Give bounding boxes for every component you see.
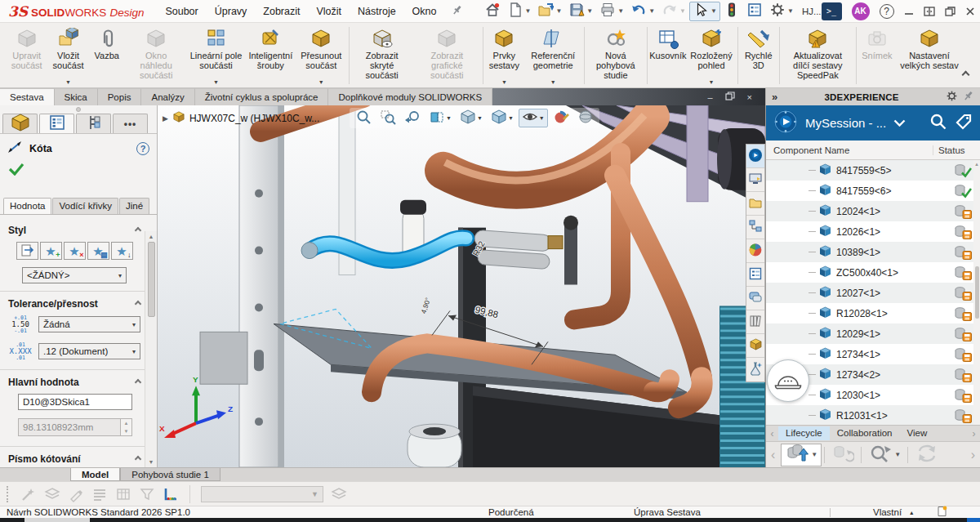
toolbar-grip[interactable] xyxy=(7,486,10,502)
save-button[interactable]: ▼ xyxy=(565,2,596,21)
primary-value-section-header[interactable]: Hlavní hodnota xyxy=(8,377,140,388)
scrollbar-thumb[interactable] xyxy=(975,266,979,319)
component-name[interactable]: R12031<1> xyxy=(836,410,947,422)
session-label[interactable]: MySession - ... xyxy=(805,116,886,130)
component-row[interactable]: 10389<1> xyxy=(766,242,980,262)
open-button[interactable]: ▼ xyxy=(534,2,565,21)
component-name[interactable]: 12027<1> xyxy=(836,288,947,299)
simulation-tab[interactable] xyxy=(746,358,764,381)
chevron-down-icon[interactable] xyxy=(893,118,906,129)
minimize-icon[interactable] xyxy=(904,7,914,16)
synchronize-button[interactable] xyxy=(911,444,943,466)
search-icon[interactable] xyxy=(929,113,947,133)
zoom-area-button[interactable] xyxy=(376,109,399,127)
tag-icon[interactable] xyxy=(955,113,973,133)
document-library-tab[interactable] xyxy=(746,310,764,334)
dimension-name-field[interactable]: D10@3DSkica1 xyxy=(18,394,132,410)
layers-icon[interactable] xyxy=(331,486,347,502)
style-dropdown[interactable]: <ŽÁDNÝ> ▾ xyxy=(22,267,127,283)
tabs-scroll-right-icon[interactable]: › xyxy=(968,428,980,439)
frame-column-left[interactable] xyxy=(239,105,284,467)
menu-soubor[interactable]: Soubor xyxy=(157,0,206,22)
scrollbar[interactable]: ▲ ▼ xyxy=(145,231,157,467)
design-library-tab[interactable] xyxy=(746,192,764,216)
custom-properties-tab[interactable] xyxy=(746,263,764,287)
electrical-box[interactable] xyxy=(200,332,247,384)
filter-dimensions-icon[interactable] xyxy=(139,486,155,502)
document-tab[interactable]: ▶ HJWX07C_w (HJWX10C_w... xyxy=(163,110,319,126)
tab-popis[interactable]: Popis xyxy=(98,88,142,105)
load-style-button[interactable]: ★↓ xyxy=(111,242,133,260)
component-row[interactable]: 8417559<5> xyxy=(766,160,980,181)
tab-pohybova-studie-1[interactable]: Pohybová studie 1 xyxy=(120,468,220,481)
zobrazit-graficke-soucasti-button[interactable]: Zobrazit grafické součásti xyxy=(413,25,480,87)
avatar[interactable]: AK xyxy=(852,2,870,20)
precision-dropdown[interactable]: .12 (Dokument) ▾ xyxy=(38,343,140,359)
toolbar-scroll-right-icon[interactable]: › xyxy=(968,448,978,462)
configuration-selector[interactable]: Vlastní xyxy=(873,507,902,517)
vlozit-soucast-button[interactable]: Vložit součást ▼ xyxy=(48,25,88,87)
menu-zobrazit[interactable]: Zobrazit xyxy=(255,0,308,22)
print-button[interactable]: ▼ xyxy=(596,2,627,21)
gear-icon[interactable] xyxy=(946,90,958,105)
component-name[interactable]: 8417559<6> xyxy=(836,185,947,197)
previous-view-button[interactable] xyxy=(401,109,424,127)
list-lines-icon[interactable] xyxy=(91,486,108,502)
pump-cylinder[interactable] xyxy=(408,424,461,467)
component-row[interactable]: R12031<1> xyxy=(766,405,980,425)
solidworks-forum-tab[interactable] xyxy=(746,287,764,310)
featuremanager-tree-tab[interactable] xyxy=(2,114,38,133)
scrollbar-thumb[interactable] xyxy=(148,242,155,317)
column-status[interactable]: Status xyxy=(933,145,980,155)
add-style-button[interactable]: ★+ xyxy=(40,242,62,260)
collapse-ribbon-button[interactable] xyxy=(963,69,977,87)
solidworks-resources-tab[interactable] xyxy=(746,168,764,192)
delete-style-button[interactable]: ★× xyxy=(64,242,86,260)
rebuild-button[interactable] xyxy=(720,2,743,21)
3dexperience-launcher-icon[interactable]: >_ xyxy=(822,2,842,20)
scroll-up-icon[interactable]: ▲ xyxy=(974,160,979,168)
doc-minimize-icon[interactable]: – xyxy=(707,92,712,102)
appearances-scenes-tab[interactable] xyxy=(746,239,764,263)
help-icon[interactable]: ? xyxy=(880,4,894,19)
save-to-3dexperience-button[interactable]: ▼ xyxy=(781,444,822,466)
configuration-manager-tab[interactable] xyxy=(76,114,111,133)
select-button[interactable]: ▼ xyxy=(689,2,720,21)
profile-label[interactable]: HJ... xyxy=(802,7,822,16)
column-component-name[interactable]: Component Name xyxy=(766,145,933,155)
component-name[interactable]: 12024<1> xyxy=(836,206,947,217)
tab-collaboration[interactable]: Collaboration xyxy=(830,426,900,440)
options-list-button[interactable] xyxy=(743,2,766,21)
rychle-3d-button[interactable]: Rychlé 3D xyxy=(740,25,777,87)
refresh-database-button[interactable] xyxy=(827,444,858,466)
okno-nahledu-soucasti-button[interactable]: Okno náhledu součásti xyxy=(126,25,187,87)
tab-analyzy[interactable]: Analýzy xyxy=(141,88,194,105)
tab-vodici-krivky[interactable]: Vodící křivky xyxy=(52,198,118,214)
component-name[interactable]: 12030<1> xyxy=(836,390,947,401)
tab-zivotni-cyklus-a-spoluprace[interactable]: Životní cyklus a spolupráce xyxy=(195,88,329,105)
explore-button[interactable]: ▼ xyxy=(864,444,905,466)
cam-tab[interactable] xyxy=(746,334,764,358)
settings-button[interactable]: ▼ xyxy=(766,2,797,21)
scroll-up-icon[interactable]: ▲ xyxy=(149,231,154,242)
home-button[interactable] xyxy=(481,2,504,21)
stepper-arrows[interactable]: ▲▼ xyxy=(121,418,132,436)
display-style-button[interactable]: ▼ xyxy=(457,109,486,127)
hide-show-items-button[interactable]: ▼ xyxy=(519,109,548,127)
animation-wand-icon[interactable] xyxy=(20,486,37,502)
component-row[interactable]: 12026<1> xyxy=(766,221,980,242)
snimek-button[interactable]: Snímek xyxy=(858,25,896,87)
tab-doplnkove-moduly-solidworks[interactable]: Doplňkové moduly SOLIDWORKS xyxy=(328,88,492,105)
results-table-icon[interactable] xyxy=(115,486,131,502)
component-name[interactable]: R12028<1> xyxy=(836,308,947,319)
menu-nastroje[interactable]: Nástroje xyxy=(350,0,404,22)
3dexperience-compass-icon[interactable] xyxy=(773,109,798,136)
close-icon[interactable] xyxy=(965,7,975,16)
flyout-arrow-icon[interactable]: ▶ xyxy=(163,114,168,123)
measure-ruler-icon[interactable] xyxy=(163,486,179,502)
component-row[interactable]: ZC500x40<1> xyxy=(766,262,980,283)
layers-icon[interactable] xyxy=(44,486,60,502)
expand-panel-icon[interactable]: » xyxy=(772,91,777,103)
presunout-soucast-button[interactable]: Přesunout součást ▼ xyxy=(296,25,346,87)
component-name[interactable]: 12734<1> xyxy=(836,349,947,360)
